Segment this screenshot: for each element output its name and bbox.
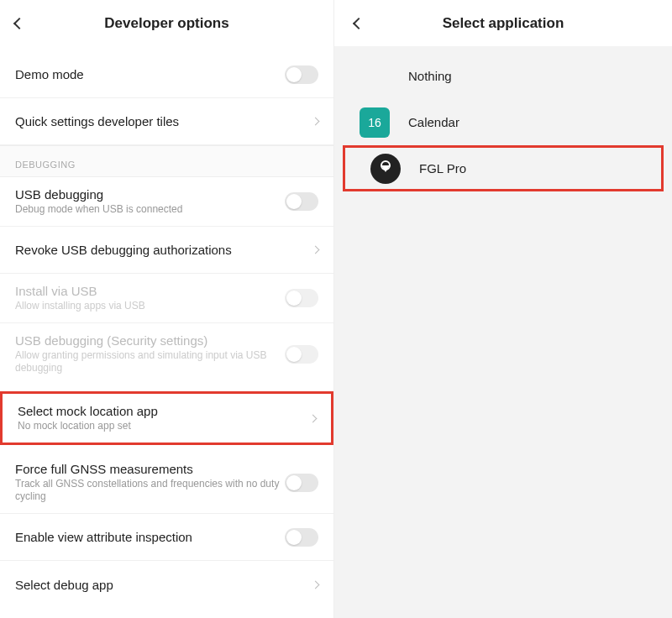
app-nothing-label: Nothing (408, 69, 452, 83)
app-fgl-label: FGL Pro (419, 161, 466, 175)
usb-debugging-label: USB debugging (15, 187, 285, 202)
app-nothing-row[interactable]: Nothing (334, 53, 672, 99)
usb-debugging-sub: Debug mode when USB is connected (15, 203, 285, 216)
developer-options-screen: Developer options Demo mode Quick settin… (0, 0, 334, 618)
location-pin-icon (370, 154, 401, 184)
debug-app-label: Select debug app (15, 578, 307, 592)
view-attr-label: Enable view attribute inspection (15, 530, 285, 544)
usb-security-row: USB debugging (Security settings) Allow … (0, 323, 333, 385)
app-calendar-row[interactable]: 16 Calendar (334, 99, 672, 145)
app-list: Nothing 16 Calendar FGL Pro (334, 46, 672, 618)
app-fgl-row[interactable]: FGL Pro (343, 145, 664, 191)
gnss-toggle[interactable] (285, 474, 318, 492)
mock-location-label: Select mock location app (18, 404, 305, 418)
usb-security-toggle (285, 345, 318, 364)
install-usb-row: Install via USB Allow installing apps vi… (0, 274, 333, 323)
select-application-screen: Select application Nothing 16 Calendar F… (334, 0, 672, 618)
chevron-right-icon (312, 246, 320, 254)
chevron-right-icon (312, 580, 320, 589)
debugging-section-label: DEBUGGING (0, 145, 333, 177)
usb-debugging-row[interactable]: USB debugging Debug mode when USB is con… (0, 177, 333, 227)
demo-mode-toggle[interactable] (285, 65, 318, 84)
quick-tiles-label: Quick settings developer tiles (15, 114, 307, 128)
chevron-right-icon (312, 118, 320, 126)
view-attr-toggle[interactable] (285, 528, 318, 547)
quick-tiles-row[interactable]: Quick settings developer tiles (0, 98, 333, 145)
usb-security-sub: Allow granting permissions and simulatin… (15, 349, 285, 374)
header-bar: Select application (334, 0, 672, 46)
revoke-auth-row[interactable]: Revoke USB debugging authorizations (0, 227, 333, 274)
mock-location-sub: No mock location app set (18, 420, 305, 432)
gnss-label: Force full GNSS measurements (15, 462, 285, 476)
install-usb-sub: Allow installing apps via USB (15, 300, 285, 312)
back-icon[interactable] (353, 17, 365, 29)
chevron-right-icon (309, 414, 318, 422)
debug-app-row[interactable]: Select debug app (0, 561, 333, 608)
calendar-icon: 16 (360, 107, 390, 138)
app-calendar-label: Calendar (408, 115, 459, 129)
usb-debugging-toggle[interactable] (285, 192, 318, 211)
install-usb-label: Install via USB (15, 284, 285, 298)
gnss-sub: Track all GNSS constellations and freque… (15, 478, 285, 503)
revoke-auth-label: Revoke USB debugging authorizations (15, 243, 307, 257)
mock-location-row[interactable]: Select mock location app No mock locatio… (0, 391, 333, 445)
header-bar: Developer options (0, 0, 333, 46)
page-title: Select application (443, 15, 564, 32)
settings-list: Demo mode Quick settings developer tiles… (0, 46, 333, 608)
usb-security-label: USB debugging (Security settings) (15, 333, 285, 348)
gnss-row[interactable]: Force full GNSS measurements Track all G… (0, 452, 333, 514)
page-title: Developer options (15, 15, 318, 32)
view-attr-row[interactable]: Enable view attribute inspection (0, 514, 333, 561)
demo-mode-row[interactable]: Demo mode (0, 51, 333, 98)
install-usb-toggle (285, 289, 318, 307)
demo-mode-label: Demo mode (15, 67, 285, 81)
